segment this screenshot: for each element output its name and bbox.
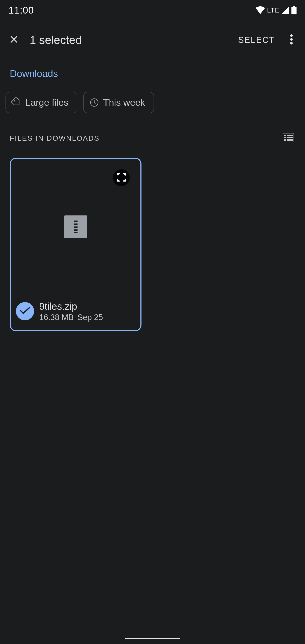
file-card[interactable]: 9tiles.zip 16.38 MB Sep 25 [10,158,142,331]
svg-rect-1 [292,7,296,14]
more-menu-button[interactable] [281,30,302,50]
svg-point-4 [290,42,293,44]
svg-point-2 [290,34,293,37]
status-time: 11:00 [8,4,34,16]
svg-rect-0 [293,6,295,7]
breadcrumb-downloads[interactable]: Downloads [10,68,58,79]
tag-icon [11,98,21,108]
file-date: Sep 25 [78,313,103,322]
check-icon [20,306,30,316]
svg-rect-10 [284,137,286,138]
breadcrumb: Downloads [0,59,305,86]
svg-rect-13 [287,140,293,141]
filter-row: Large files This week [0,86,305,120]
filter-this-week[interactable]: This week [83,92,154,113]
close-icon [9,34,19,45]
app-bar: 1 selected SELECT [0,20,305,59]
file-size: 16.38 MB [39,313,74,322]
fullscreen-icon [117,173,126,183]
network-type-label: LTE [267,6,280,14]
select-all-button[interactable]: SELECT [232,31,281,49]
svg-point-3 [290,38,293,41]
expand-preview-button[interactable] [113,169,130,186]
close-button[interactable] [4,29,24,50]
more-vert-icon [290,34,293,45]
list-view-icon [283,133,294,143]
status-icons: LTE [256,6,296,14]
svg-point-5 [14,100,15,102]
selection-count-title: 1 selected [30,33,232,46]
file-grid: 9tiles.zip 16.38 MB Sep 25 [0,149,305,340]
history-icon [89,98,99,108]
zip-icon [74,220,78,233]
file-name: 9tiles.zip [39,300,103,312]
filter-label: This week [103,97,145,108]
section-title: FILES IN DOWNLOADS [10,134,100,142]
selection-checkmark[interactable] [16,302,34,320]
wifi-icon [256,6,265,14]
status-bar: 11:00 LTE [0,0,305,20]
filter-label: Large files [26,97,68,108]
battery-icon [292,6,296,14]
svg-rect-8 [284,135,286,136]
navigation-bar-handle[interactable] [125,638,180,639]
signal-icon [282,6,289,14]
file-meta: 16.38 MB Sep 25 [39,313,103,322]
filter-large-files[interactable]: Large files [6,92,77,113]
svg-rect-11 [287,137,293,138]
view-toggle-button[interactable] [282,131,295,145]
svg-rect-12 [284,140,286,141]
svg-rect-9 [287,135,293,136]
section-header: FILES IN DOWNLOADS [0,120,305,149]
file-text: 9tiles.zip 16.38 MB Sep 25 [39,300,103,322]
file-thumbnail [64,216,87,238]
file-footer: 9tiles.zip 16.38 MB Sep 25 [11,292,140,330]
